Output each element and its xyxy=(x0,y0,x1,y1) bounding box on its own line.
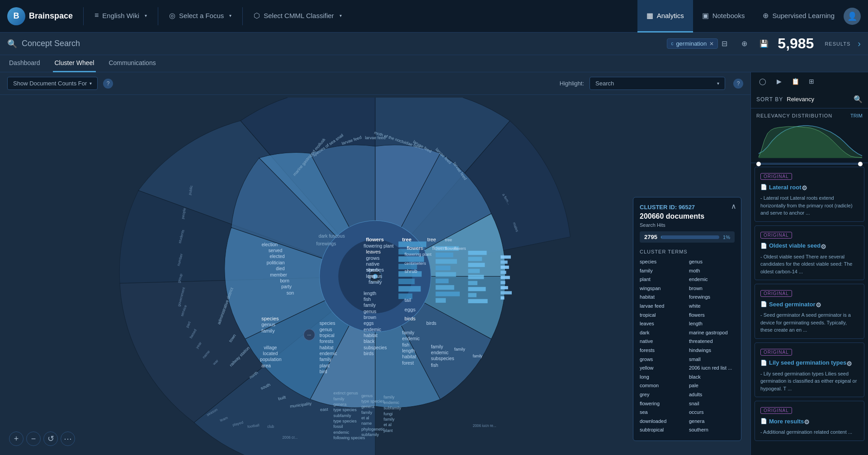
svg-rect-30 xyxy=(468,293,476,297)
highlight-search-placeholder: Search xyxy=(595,80,614,87)
result-settings-icon[interactable]: ⚙ xyxy=(816,301,821,309)
nav-item-select-focus[interactable]: ◎ Select a Focus ▾ xyxy=(160,0,241,33)
cluster-term-col1: larvae feed xyxy=(640,302,685,310)
svg-text:dark fuscous: dark fuscous xyxy=(319,234,345,239)
hits-bar-inner xyxy=(661,235,661,239)
cluster-term-col2: threatened xyxy=(689,338,735,346)
show-counts-help-icon[interactable]: ? xyxy=(103,79,113,89)
active-search-tag[interactable]: c germination ✕ xyxy=(667,38,718,49)
svg-text:phylogenetic: phylogenetic xyxy=(361,427,385,432)
svg-text:family: family xyxy=(368,279,382,285)
svg-text:endemic: endemic xyxy=(402,336,420,341)
result-card[interactable]: ORIGINAL 📄 Lateral root ⚙ - Lateral root… xyxy=(755,167,864,222)
export-icon-btn[interactable]: ⊞ xyxy=(805,75,818,88)
zoom-reset-button[interactable]: ↺ xyxy=(43,432,58,446)
svg-text:family: family xyxy=(361,410,372,415)
cluster-popup-close[interactable]: ∧ xyxy=(731,202,736,211)
search-bar-title: Concept Search xyxy=(22,39,667,48)
highlight-help-icon[interactable]: ? xyxy=(733,79,743,89)
svg-text:subfamily: subfamily xyxy=(361,432,379,437)
svg-rect-29 xyxy=(468,287,486,291)
results-scroll-area[interactable]: ORIGINAL 📄 Lateral root ⚙ - Lateral root… xyxy=(751,163,868,455)
distribution-slider[interactable] xyxy=(756,162,863,166)
svg-text:et al: et al xyxy=(383,422,391,427)
nav-select-cmml-label: Select CMML Classifier xyxy=(264,12,334,19)
svg-rect-27 xyxy=(468,275,484,279)
svg-text:grows: grows xyxy=(366,255,379,261)
sort-value[interactable]: Relevancy xyxy=(787,96,814,103)
cluster-term-col2: black xyxy=(689,373,735,381)
result-doc-icon: 📄 xyxy=(760,243,767,249)
svg-text:native: native xyxy=(366,261,379,267)
svg-text:member: member xyxy=(270,272,287,277)
original-badge: ORIGINAL xyxy=(760,290,792,297)
svg-text:subfamily: subfamily xyxy=(334,413,351,418)
location-icon[interactable]: ⊕ xyxy=(738,38,750,50)
svg-rect-40 xyxy=(500,296,504,300)
tag-close-button[interactable]: ✕ xyxy=(709,41,714,47)
nav-item-select-cmml[interactable]: ⬡ Select CMML Classifier ▾ xyxy=(245,0,350,33)
svg-text:east: east xyxy=(320,407,328,412)
svg-text:born: born xyxy=(280,278,289,283)
svg-text:bird: bird xyxy=(320,369,327,374)
nav-item-analytics[interactable]: ▦ Analytics xyxy=(637,0,693,33)
nav-item-notebooks[interactable]: ▣ Notebooks xyxy=(693,0,754,33)
results-arrow-icon[interactable]: › xyxy=(858,38,861,49)
nav-item-supervised-learning[interactable]: ⊕ Supervised Learning xyxy=(754,0,844,33)
slider-right-dot[interactable] xyxy=(858,162,863,166)
slider-left-dot[interactable] xyxy=(756,162,761,166)
svg-rect-32 xyxy=(500,255,511,258)
doc-icon-btn[interactable]: 📋 xyxy=(789,75,802,88)
svg-text:flowers: flowers xyxy=(366,237,384,242)
zoom-in-button[interactable]: + xyxy=(9,432,24,446)
result-card[interactable]: ORIGINAL 📄 Oldest viable seed ⚙ - Oldest… xyxy=(755,225,864,281)
result-settings-icon[interactable]: ⚙ xyxy=(821,243,826,250)
svg-rect-26 xyxy=(468,269,480,273)
cluster-term-col1: wingspan xyxy=(640,285,685,293)
cluster-term-col1: family xyxy=(640,267,685,275)
distribution-chart xyxy=(756,122,863,158)
result-settings-icon[interactable]: ⚙ xyxy=(802,184,807,192)
svg-text:tropical: tropical xyxy=(320,333,335,338)
result-settings-icon[interactable]: ⚙ xyxy=(804,418,810,426)
search-bar: 🔍 Concept Search c germination ✕ ⊟ ⊕ 💾 5… xyxy=(0,33,868,55)
highlight-label: Highlight: xyxy=(560,80,584,87)
svg-rect-39 xyxy=(500,291,512,294)
svg-text:area: area xyxy=(261,363,271,368)
results-label: RESULTS xyxy=(825,41,850,47)
highlight-search-input[interactable]: Search ▾ xyxy=(590,77,725,90)
svg-text:extinct genus: extinct genus xyxy=(334,391,359,395)
result-settings-icon[interactable]: ⚙ xyxy=(846,360,852,367)
cluster-wheel-canvas[interactable]: species genus family flowers flowering p… xyxy=(0,98,750,455)
show-document-counts-dropdown[interactable]: Show Document Counts For ▾ xyxy=(7,77,98,90)
circle-icon-btn[interactable]: ◯ xyxy=(756,75,769,88)
tab-dashboard[interactable]: Dashboard xyxy=(7,55,42,72)
svg-text:genus: genus xyxy=(320,327,332,332)
trim-button[interactable]: TRIM xyxy=(850,113,863,118)
cluster-term-col1: sea xyxy=(640,408,685,417)
svg-text:endemic: endemic xyxy=(363,327,381,332)
zoom-more-button[interactable]: ⋯ xyxy=(61,432,75,446)
tab-cluster-wheel[interactable]: Cluster Wheel xyxy=(53,55,96,72)
highlight-caret-icon: ▾ xyxy=(717,81,719,86)
save-icon[interactable]: 💾 xyxy=(758,38,770,50)
cluster-term-col2: moth xyxy=(689,267,735,275)
cluster-term-col2: genus xyxy=(689,258,735,266)
svg-text:fish: fish xyxy=(402,342,410,347)
result-card[interactable]: ORIGINAL 📄 Seed germinator ⚙ - Seed germ… xyxy=(755,284,864,339)
zoom-out-button[interactable]: − xyxy=(26,432,41,446)
user-avatar[interactable]: 👤 xyxy=(844,8,861,25)
nav-item-english-wiki[interactable]: ≡ English Wiki ▾ xyxy=(85,0,156,33)
filter-icon[interactable]: ⊟ xyxy=(718,38,731,50)
main-layout: Show Document Counts For ▾ ? Highlight: … xyxy=(0,72,868,455)
tab-communications[interactable]: Communications xyxy=(107,55,157,72)
sort-search-icon[interactable]: 🔍 xyxy=(854,95,863,103)
tabs-row: Dashboard Cluster Wheel Communications xyxy=(0,55,868,72)
svg-text:shrub: shrub xyxy=(366,267,378,272)
arrow-icon-btn[interactable]: ▶ xyxy=(773,75,785,88)
result-card[interactable]: ORIGINAL 📄 Lily seed germination types ⚙… xyxy=(755,342,864,398)
top-navigation: B Brainspace ≡ English Wiki ▾ ◎ Select a… xyxy=(0,0,868,33)
result-card[interactable]: ORIGINAL 📄 More results ⚙ - Additional g… xyxy=(755,401,864,441)
svg-text:birds: birds xyxy=(363,351,373,356)
hits-bar-fill xyxy=(661,235,719,239)
